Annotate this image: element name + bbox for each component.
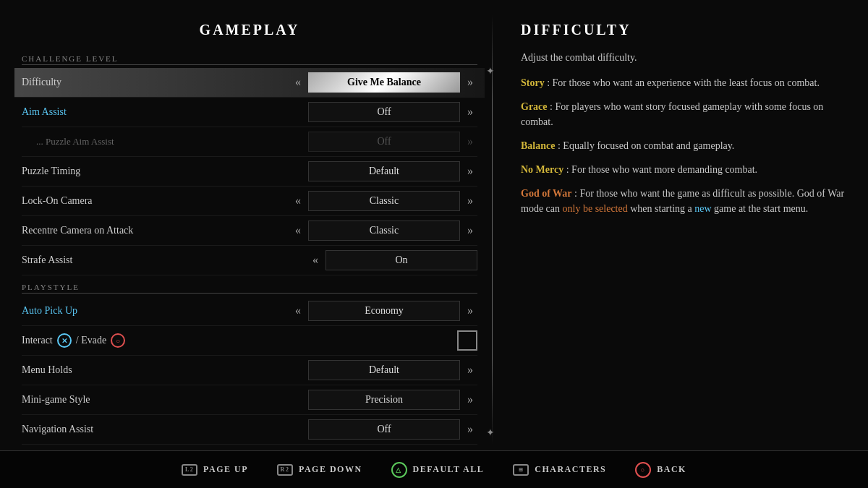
difficulty-right-arrow[interactable]: »: [463, 76, 477, 89]
strafe-assist-label: Strafe Assist: [22, 254, 72, 266]
puzzle-aim-assist-value: Off: [308, 132, 460, 152]
strafe-assist-left-arrow[interactable]: «: [308, 254, 323, 267]
default-all-label: DEFAULT ALL: [413, 464, 485, 475]
menu-holds-value: Default: [308, 360, 460, 380]
left-panel: GAMEPLAY CHALLENGE LEVEL Difficulty « Gi…: [0, 0, 492, 488]
divider-bottom-icon: ✦: [486, 427, 495, 439]
back-label: BACK: [657, 464, 686, 475]
setting-row-mini-game-style[interactable]: Mini-game Style Precision »: [22, 385, 477, 415]
characters-label: CHARACTERS: [535, 464, 606, 475]
difficulty-panel-title: DIFFICULTY: [521, 22, 846, 38]
lock-on-camera-right-arrow[interactable]: »: [463, 194, 477, 207]
aim-assist-control: Off »: [308, 102, 477, 122]
recentre-camera-label: Recentre Camera on Attack: [22, 225, 133, 236]
setting-row-menu-holds[interactable]: Menu Holds Default »: [22, 356, 477, 385]
mini-game-style-right-arrow[interactable]: »: [463, 393, 477, 406]
setting-row-lock-on-camera[interactable]: Lock-On Camera « Classic »: [22, 187, 477, 216]
characters-icon: ⊞: [513, 464, 529, 476]
difficulty-option-god-of-war: God of War : For those who want the game…: [521, 186, 846, 216]
navigation-assist-label: Navigation Assist: [22, 424, 93, 435]
characters-btn[interactable]: ⊞ CHARACTERS: [513, 464, 606, 476]
gow-label: God of War: [521, 188, 572, 199]
mini-game-style-label: Mini-game Style: [22, 394, 90, 406]
auto-pick-up-left-arrow[interactable]: «: [291, 304, 305, 317]
challenge-settings-list: Difficulty « Give Me Balance » Aim Assis…: [22, 68, 477, 275]
setting-row-navigation-assist[interactable]: Navigation Assist Off »: [22, 415, 477, 445]
recentre-camera-left-arrow[interactable]: «: [291, 224, 305, 237]
back-btn[interactable]: ○ BACK: [635, 462, 686, 478]
menu-holds-control: Default »: [308, 360, 477, 380]
page-up-label: PAGE UP: [203, 464, 248, 475]
setting-row-puzzle-aim-assist[interactable]: ... Puzzle Aim Assist Off »: [22, 127, 477, 157]
aim-assist-right-arrow[interactable]: »: [463, 106, 477, 119]
menu-holds-right-arrow[interactable]: »: [463, 364, 477, 377]
setting-row-aim-assist[interactable]: Aim Assist Off »: [22, 98, 477, 127]
auto-pick-up-value: Economy: [308, 301, 460, 321]
lock-on-camera-control: « Classic »: [291, 191, 477, 211]
setting-row-strafe-assist[interactable]: Strafe Assist « On: [22, 246, 477, 275]
difficulty-option-grace: Grace : For players who want story focus…: [521, 99, 846, 129]
difficulty-option-story: Story : For those who want an experience…: [521, 75, 846, 90]
gow-only-text: only be selected: [563, 203, 628, 214]
gow-new-text: new: [694, 203, 711, 214]
balance-label: Balance: [521, 140, 555, 151]
setting-row-interact[interactable]: Interact ✕ / Evade ○: [22, 326, 477, 356]
interact-label: Interact: [22, 335, 53, 346]
setting-row-recentre-camera[interactable]: Recentre Camera on Attack « Classic »: [22, 216, 477, 246]
gameplay-title: GAMEPLAY: [22, 22, 477, 38]
puzzle-aim-assist-control: Off »: [308, 132, 477, 152]
recentre-camera-control: « Classic »: [291, 221, 477, 241]
puzzle-timing-right-arrow[interactable]: »: [463, 165, 477, 178]
difficulty-option-no-mercy: No Mercy : For those who want more deman…: [521, 162, 846, 177]
playstyle-settings-list: Auto Pick Up « Economy » Interact ✕ / Ev…: [22, 296, 477, 445]
strafe-assist-value: On: [326, 250, 477, 270]
gow-desc-part2: when starting a: [630, 203, 694, 214]
mini-game-style-value: Precision: [308, 390, 460, 410]
difficulty-control: « Give Me Balance »: [291, 72, 477, 93]
lock-on-camera-left-arrow[interactable]: «: [291, 194, 305, 207]
puzzle-timing-control: Default »: [308, 161, 477, 181]
difficulty-option-balance: Balance : Equally focused on combat and …: [521, 138, 846, 153]
r2-icon: R2: [277, 464, 293, 476]
divider-line: [492, 14, 493, 445]
default-all-btn[interactable]: △ DEFAULT ALL: [391, 462, 485, 478]
page-down-label: PAGE DOWN: [299, 464, 362, 475]
interact-label-wrap: Interact ✕ / Evade ○: [22, 333, 125, 348]
challenge-level-label: CHALLENGE LEVEL: [22, 54, 477, 65]
o-button-icon: ○: [111, 333, 125, 348]
difficulty-value: Give Me Balance: [308, 72, 460, 93]
page-down-btn[interactable]: R2 PAGE DOWN: [277, 464, 362, 476]
aim-assist-label: Aim Assist: [22, 106, 67, 118]
right-panel: DIFFICULTY Adjust the combat difficulty.…: [492, 0, 868, 488]
aim-assist-value: Off: [308, 102, 460, 122]
lock-on-camera-label: Lock-On Camera: [22, 195, 93, 207]
recentre-camera-right-arrow[interactable]: »: [463, 224, 477, 237]
interact-checkbox[interactable]: [457, 330, 477, 351]
no-mercy-desc: : For those who want more demanding comb…: [566, 164, 757, 175]
page-up-btn[interactable]: L2 PAGE UP: [182, 464, 248, 476]
setting-row-auto-pick-up[interactable]: Auto Pick Up « Economy »: [22, 296, 477, 326]
setting-row-puzzle-timing[interactable]: Puzzle Timing Default »: [22, 157, 477, 187]
lock-on-camera-value: Classic: [308, 191, 460, 211]
auto-pick-up-label: Auto Pick Up: [22, 305, 77, 317]
puzzle-timing-value: Default: [308, 161, 460, 181]
evade-label: / Evade: [76, 335, 106, 346]
bottom-bar: L2 PAGE UP R2 PAGE DOWN △ DEFAULT ALL ⊞ …: [0, 450, 868, 488]
no-mercy-label: No Mercy: [521, 164, 563, 175]
l2-icon: L2: [182, 464, 197, 476]
recentre-camera-value: Classic: [308, 221, 460, 241]
navigation-assist-right-arrow[interactable]: »: [463, 423, 477, 436]
navigation-assist-value: Off: [308, 419, 460, 440]
difficulty-label: Difficulty: [22, 77, 61, 88]
menu-holds-label: Menu Holds: [22, 364, 72, 376]
navigation-assist-control: Off »: [308, 419, 477, 440]
auto-pick-up-right-arrow[interactable]: »: [463, 304, 477, 317]
grace-label: Grace: [521, 101, 548, 112]
strafe-assist-control: « On: [308, 250, 477, 270]
difficulty-left-arrow[interactable]: «: [291, 76, 305, 89]
story-desc: : For those who want an experience with …: [547, 77, 820, 88]
balance-desc: : Equally focused on combat and gameplay…: [558, 140, 734, 151]
triangle-icon: △: [391, 462, 407, 478]
main-container: GAMEPLAY CHALLENGE LEVEL Difficulty « Gi…: [0, 0, 868, 488]
setting-row-difficulty[interactable]: Difficulty « Give Me Balance »: [14, 68, 485, 98]
